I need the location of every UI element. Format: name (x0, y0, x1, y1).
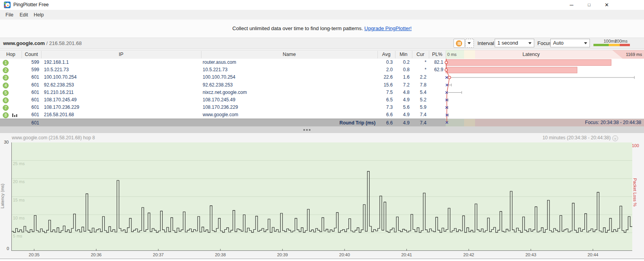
pause-icon (456, 40, 462, 47)
header-separator (201, 51, 201, 58)
hop-badge: 3 (3, 75, 9, 81)
menu-item-edit[interactable]: Edit (17, 11, 31, 18)
cell-min: 0.2 (395, 59, 410, 66)
cell-pl: 62.9 (429, 66, 443, 74)
cell-ip: 216.58.201.68 (44, 111, 74, 119)
summary-min: 4.9 (395, 119, 410, 127)
header-separator (429, 51, 429, 58)
table-row[interactable]: 460192.62.238.25392.62.238.25315.67.27.8 (0, 81, 446, 89)
cell-count: 599 (20, 59, 39, 66)
hop-badge: 1 (3, 60, 9, 66)
table-row[interactable]: 1599192.168.1.1router.asus.com0.30.2*82.… (0, 59, 446, 66)
interval-label: Interval (477, 40, 494, 46)
legend-200ms-label: 200ms (615, 39, 628, 43)
cell-ip: 100.100.70.254 (44, 74, 76, 81)
cell-min: 4.9 (395, 96, 410, 104)
cell-name: router.asus.com (203, 59, 236, 66)
cell-avg: 22.6 (377, 74, 393, 81)
latency-graph-overlay (446, 59, 644, 126)
cell-min: 4.9 (395, 111, 410, 119)
trace-table-header: 0 ms Latency 1169 ms HopCountIPNameAvgMi… (0, 50, 644, 59)
table-row[interactable]: 6601108.170.245.49108.170.245.496.54.95.… (0, 96, 446, 104)
column-header-name[interactable]: Name (201, 52, 377, 57)
table-row[interactable]: 3601100.100.70.254100.100.70.25422.61.62… (0, 74, 446, 81)
app-icon (4, 2, 11, 8)
cell-avg: 7.5 (377, 89, 393, 96)
chevron-down-icon[interactable]: ⌄ (612, 135, 618, 141)
gridline-label: 10 ms (13, 216, 25, 220)
table-row[interactable]: 7601108.170.236.229108.170.236.2297.35.6… (0, 104, 446, 111)
target-hostname: www.google.com (3, 40, 45, 46)
panel-splitter[interactable] (0, 126, 644, 133)
banner-text: Collect unlimited data over time to find… (232, 25, 412, 31)
latency-zero-label: 0 ms (447, 52, 457, 57)
menu-item-help[interactable]: Help (31, 11, 46, 18)
x-axis-tick-label: 20:43 (522, 252, 539, 257)
x-axis-tick-label: 20:38 (212, 252, 229, 257)
gridline-label: 20 ms (13, 179, 25, 184)
column-header-avg[interactable]: Avg (377, 52, 395, 57)
cell-count: 599 (20, 66, 39, 74)
cell-cur: * (412, 66, 426, 74)
cell-ip: 10.5.221.73 (44, 66, 69, 74)
packet-loss-max: 100 (632, 143, 639, 148)
x-axis-tick-label: 20:41 (398, 252, 415, 257)
cell-avg: 15.6 (377, 81, 393, 89)
cell-name: 100.100.70.254 (203, 74, 235, 81)
table-row[interactable]: 560191.210.16.211nixcz.net.google.com7.5… (0, 89, 446, 96)
maximize-button[interactable]: □ (581, 0, 598, 10)
upgrade-link[interactable]: Upgrade PingPlotter! (365, 25, 412, 31)
focus-label: Focus (537, 40, 551, 46)
column-header-min[interactable]: Min (395, 52, 412, 57)
interval-select[interactable]: 1 second (495, 39, 534, 47)
target-bar: www.google.com / 216.58.201.68 Interval … (0, 38, 644, 49)
table-row[interactable]: 259910.5.221.7310.5.221.732.00.8*62.9 (0, 66, 446, 74)
cell-min: 7.2 (395, 81, 410, 89)
cell-count: 601 (20, 104, 39, 111)
hop-badge: 8 (3, 112, 9, 118)
header-separator (395, 51, 395, 58)
summary-avg: 6.6 (377, 119, 393, 127)
pause-dropdown-button[interactable] (465, 39, 474, 48)
y-axis-label: Latency (ms) (0, 184, 5, 209)
pause-button[interactable] (454, 39, 465, 48)
packet-loss-axis-label: Packet Loss % (633, 178, 637, 207)
focus-select[interactable]: Auto (550, 39, 590, 47)
timeline-title: www.google.com (216.58.201.68) hop 8 (12, 135, 95, 140)
table-row[interactable]: 8601216.58.201.68www.google.com6.64.97.4 (0, 111, 446, 119)
x-axis-tick-label: 20:42 (460, 252, 477, 257)
column-header-ip[interactable]: IP (41, 52, 201, 57)
column-header-cur[interactable]: Cur (412, 52, 429, 57)
summary-label: Round Trip (ms) (274, 119, 376, 127)
column-header-hop[interactable]: Hop (0, 52, 22, 57)
window-title: PingPlotter Free (13, 2, 49, 7)
hop-badge: 2 (3, 67, 9, 73)
gridline-label: 25 ms (13, 161, 25, 166)
header-separator (412, 51, 412, 58)
column-header-count[interactable]: Count (22, 52, 41, 57)
y-axis-min: 0 (7, 246, 9, 251)
menu-item-file[interactable]: File (3, 11, 16, 18)
cell-avg: 6.6 (377, 111, 393, 119)
latency-time-chart[interactable]: 25 ms20 ms15 ms10 ms5 ms (11, 142, 632, 251)
latency-column-header: Latency (486, 52, 576, 57)
target-host: www.google.com / 216.58.201.68 (3, 40, 82, 46)
cell-avg: 0.3 (377, 59, 393, 66)
cell-ip: 91.210.16.211 (44, 89, 74, 96)
cell-min: 5.6 (395, 104, 410, 111)
latency-color-legend (593, 44, 630, 46)
cell-min: 0.8 (395, 66, 410, 74)
summary-count: 601 (20, 119, 39, 127)
column-header-pl[interactable]: PL% (429, 52, 446, 57)
legend-red-segment (620, 44, 630, 46)
title-bar: PingPlotter Free ─ □ ✕ (0, 0, 644, 10)
cell-cur: 7.8 (412, 81, 426, 89)
legend-yellow-segment (609, 44, 620, 46)
hop-badge: 6 (3, 97, 9, 103)
chevron-down-icon (468, 42, 471, 44)
cell-ip: 192.168.1.1 (44, 59, 69, 66)
focus-range-label: Focus: 20:34:38 - 20:44:38 (510, 119, 641, 126)
minimize-button[interactable]: ─ (563, 0, 580, 10)
close-button[interactable]: ✕ (598, 0, 615, 10)
cell-count: 601 (20, 74, 39, 81)
